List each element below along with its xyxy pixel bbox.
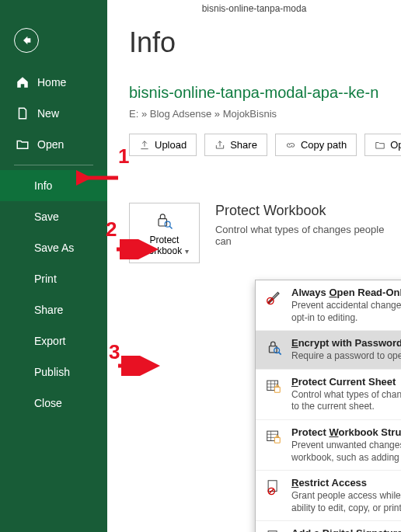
protect-workbook-menu: Always Open Read-Only Prevent accidental… [255, 280, 401, 532]
sidebar-item-saveas[interactable]: Save As [0, 232, 107, 263]
svg-line-7 [278, 352, 281, 354]
svg-rect-13 [274, 387, 280, 392]
menu-item-restrict[interactable]: Restrict Access Grant people access whil… [256, 471, 401, 521]
menu-restrict-desc: Grant people access while removing their… [291, 490, 401, 514]
menu-item-readonly[interactable]: Always Open Read-Only Prevent accidental… [256, 280, 401, 331]
sidebar-label-home: Home [37, 76, 66, 89]
sidebar-label-info: Info [34, 179, 52, 192]
sidebar-item-home[interactable]: Home [0, 67, 107, 98]
sidebar-label-save: Save [34, 210, 59, 223]
annotation-number-1: 1 [118, 144, 129, 169]
chevron-down-icon: ▾ [185, 247, 189, 256]
svg-rect-5 [270, 346, 277, 353]
sidebar-item-close[interactable]: Close [0, 388, 107, 419]
info-pane: bisnis-online-tanpa-moda Info bisnis-onl… [107, 0, 401, 532]
copy-path-button[interactable]: Copy path [275, 134, 357, 156]
sidebar-item-open[interactable]: Open [0, 129, 107, 160]
upload-button[interactable]: Upload [129, 134, 197, 156]
folder-open-icon [375, 140, 385, 151]
menu-item-sheet[interactable]: Protect Current Sheet Control what types… [256, 370, 401, 420]
annotation-arrow-1 [76, 168, 120, 188]
menu-encrypt-desc: Require a password to open this workbook… [291, 350, 401, 363]
copy-path-label: Copy path [301, 139, 347, 151]
sidebar-item-save[interactable]: Save [0, 201, 107, 232]
sidebar-label-new: New [37, 107, 59, 120]
menu-restrict-title: Restrict Access [291, 477, 401, 489]
readonly-icon [263, 287, 284, 324]
protect-structure-icon [263, 426, 284, 464]
menu-readonly-desc: Prevent accidental changes by asking rea… [291, 300, 401, 324]
sidebar-label-export: Export [34, 335, 65, 347]
sidebar-item-export[interactable]: Export [0, 325, 107, 356]
menu-sheet-desc: Control what types of changes people can… [291, 389, 401, 413]
protect-desc: Control what types of changes people can [215, 224, 401, 247]
action-button-row: Upload Share Copy path Ope [129, 134, 401, 156]
annotation-arrow-3 [117, 356, 160, 376]
back-arrow-icon [20, 34, 33, 47]
menu-structure-desc: Prevent unwanted changes to the structur… [291, 440, 401, 464]
svg-rect-18 [274, 437, 280, 443]
menu-encrypt-title: Encrypt with Password [291, 337, 401, 349]
sidebar-label-print: Print [34, 273, 57, 285]
upload-label: Upload [155, 139, 187, 151]
sidebar-item-new[interactable]: New [0, 98, 107, 129]
new-doc-icon [16, 106, 30, 120]
protect-heading: Protect Workbook [215, 203, 401, 219]
document-path: E: » Blog Adsense » MojokBisnis [129, 108, 401, 120]
menu-item-structure[interactable]: Protect Workbook Structure Prevent unwan… [256, 420, 401, 471]
menu-sign-title: Add a Digital Signature [291, 527, 401, 532]
restrict-icon [263, 477, 284, 514]
protect-text: Protect Workbook Control what types of c… [215, 203, 401, 247]
encrypt-icon [263, 337, 284, 363]
sidebar-item-share[interactable]: Share [0, 294, 107, 325]
backstage-sidebar: Home New Open Info Save Save As Print Sh… [0, 0, 107, 532]
protect-section: Protect Workbook ▾ Protect Workbook Cont… [129, 203, 401, 263]
sidebar-label-open: Open [37, 138, 64, 151]
protect-sheet-icon [263, 376, 284, 413]
open-location-label: Ope [390, 139, 401, 151]
window-title: bisnis-online-tanpa-moda [107, 3, 401, 14]
open-folder-icon [16, 137, 30, 151]
share-label: Share [230, 139, 257, 151]
svg-line-2 [169, 226, 173, 229]
link-icon [285, 140, 296, 151]
home-icon [16, 75, 30, 89]
sidebar-item-print[interactable]: Print [0, 263, 107, 294]
annotation-number-2: 2 [106, 217, 117, 242]
sidebar-separator [14, 165, 93, 165]
menu-readonly-title: Always Open Read-Only [291, 287, 401, 298]
sidebar-label-close: Close [34, 397, 62, 409]
menu-sheet-title: Protect Current Sheet [291, 376, 401, 388]
menu-item-signature[interactable]: Add a Digital Signature [256, 521, 401, 532]
share-icon [214, 140, 225, 151]
sidebar-item-publish[interactable]: Publish [0, 356, 107, 388]
lock-magnify-icon [153, 210, 175, 231]
upload-icon [139, 140, 150, 151]
back-button[interactable] [14, 28, 39, 53]
sidebar-label-publish: Publish [34, 366, 70, 378]
share-button[interactable]: Share [204, 134, 267, 156]
signature-icon [263, 527, 284, 532]
menu-item-encrypt[interactable]: Encrypt with Password Require a password… [256, 331, 401, 370]
annotation-arrow-2 [115, 239, 159, 259]
document-title: bisnis-online-tanpa-modal-apa--ke-n [129, 84, 401, 102]
sidebar-label-share: Share [34, 304, 63, 316]
page-title: Info [129, 26, 401, 59]
menu-structure-title: Protect Workbook Structure [291, 426, 401, 438]
open-location-button[interactable]: Ope [364, 134, 401, 156]
sidebar-label-saveas: Save As [34, 242, 74, 254]
